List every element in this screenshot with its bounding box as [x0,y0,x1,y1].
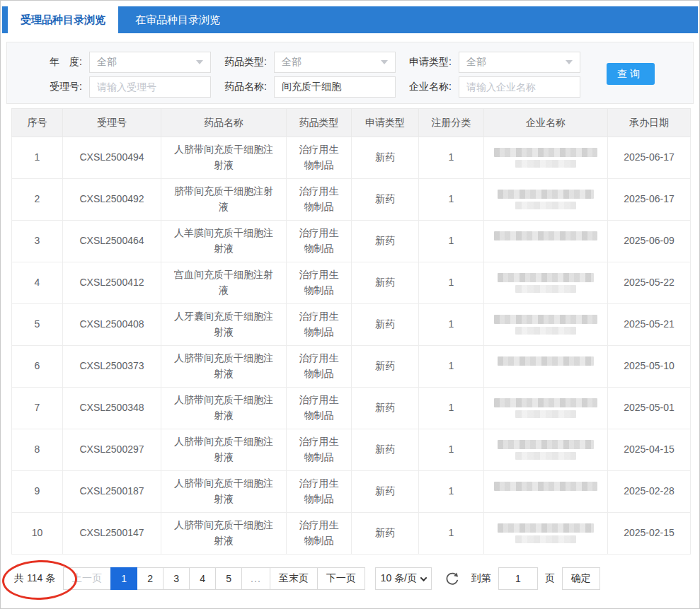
next-page-button[interactable]: 下一页 [317,567,365,590]
cell-drug-type: 治疗用生物制品 [287,262,352,304]
search-button[interactable]: 查询 [607,63,655,85]
cell-apply-type: 新药 [352,304,419,346]
table-row[interactable]: 9 CXSL2500187 人脐带间充质干细胞注射液 治疗用生物制品 新药 1 … [12,471,691,513]
apply-type-select-value: 全部 [466,56,486,69]
cell-apply-type: 新药 [352,262,419,304]
cell-company [484,429,608,471]
app-window: { "tabs": [ { "label": "受理品种目录浏览", "acti… [0,0,700,609]
cell-accept-date: 2025-06-17 [608,179,691,221]
cell-accept-date: 2025-05-21 [608,304,691,346]
prev-page-button[interactable]: 上一页 [63,567,111,590]
page-ellipsis-button[interactable]: ... [241,567,270,590]
cell-drug-name: 人脐带间充质干细胞注射液 [161,137,287,179]
cell-company [484,346,608,388]
col-header-acceptance-number: 受理号 [63,109,161,137]
apply-type-select[interactable]: 全部 [459,52,580,73]
table-row[interactable]: 10 CXSL2500147 人脐带间充质干细胞注射液 治疗用生物制品 新药 1… [12,513,691,555]
cell-acceptance-number: CXSL2500494 [63,137,161,179]
table-row[interactable]: 2 CXSL2500492 脐带间充质干细胞注射液 治疗用生物制品 新药 1 2… [12,179,691,221]
redacted-company-name [490,148,602,168]
caret-down-icon [381,60,388,64]
redacted-company-name [490,315,602,335]
cell-index: 6 [12,346,63,388]
tab-label: 受理品种目录浏览 [21,13,105,27]
table-row[interactable]: 6 CXSL2500373 人脐带间充质干细胞注射液 治疗用生物制品 新药 1 … [12,346,691,388]
drug-name-input[interactable] [274,76,396,98]
apply-type-label: 申请类型: [398,56,452,69]
cell-drug-type: 治疗用生物制品 [287,471,352,513]
page-button-5[interactable]: 5 [215,567,242,590]
cell-company [484,137,608,179]
cell-drug-name: 人牙囊间充质干细胞注射液 [161,304,287,346]
table-row[interactable]: 4 CXSL2500412 宫血间充质干细胞注射液 治疗用生物制品 新药 1 2… [12,262,691,304]
accept-no-input[interactable] [89,76,211,98]
filter-row-1: 年 度: 全部 药品类型: 全部 申请类型: 全部 [7,52,580,73]
cell-accept-date: 2025-05-01 [608,388,691,429]
cell-drug-type: 治疗用生物制品 [287,513,352,555]
cell-drug-type: 治疗用生物制品 [287,304,352,346]
cell-reg-class: 1 [419,513,484,555]
col-header-drug-name: 药品名称 [161,109,287,137]
cell-acceptance-number: CXSL2500297 [63,429,161,471]
table-header: 序号 受理号 药品名称 药品类型 申请类型 注册分类 企业名称 承办日期 [12,109,691,137]
censor-bar [498,523,594,533]
refresh-icon[interactable] [444,571,460,586]
censor-bar-secondary [515,285,576,293]
year-select[interactable]: 全部 [89,52,211,73]
cell-drug-type: 治疗用生物制品 [287,429,352,471]
page-button-1[interactable]: 1 [110,567,137,590]
table-row[interactable]: 8 CXSL2500297 人脐带间充质干细胞注射液 治疗用生物制品 新药 1 … [12,429,691,471]
filter-panel: 年 度: 全部 药品类型: 全部 申请类型: 全部 受理号: 药品名称: 企业名… [6,42,694,104]
censor-bar-secondary [515,327,576,335]
cell-drug-type: 治疗用生物制品 [287,221,352,262]
page-button-2[interactable]: 2 [137,567,163,590]
cell-reg-class: 1 [419,262,484,304]
cell-apply-type: 新药 [352,471,419,513]
cell-accept-date: 2025-05-22 [608,262,691,304]
cell-drug-type: 治疗用生物制品 [287,137,352,179]
page-button-3[interactable]: 3 [163,567,190,590]
company-name-input[interactable] [459,76,580,98]
cell-drug-type: 治疗用生物制品 [287,388,352,429]
confirm-button[interactable]: 确定 [562,567,600,590]
cell-index: 2 [12,179,63,221]
cell-acceptance-number: CXSL2500464 [63,221,161,262]
table-body: 1 CXSL2500494 人脐带间充质干细胞注射液 治疗用生物制品 新药 1 … [12,137,691,555]
cell-acceptance-number: CXSL2500492 [63,179,161,221]
cell-reg-class: 1 [419,179,484,221]
cell-index: 4 [12,262,63,304]
cell-drug-name: 人脐带间充质干细胞注射液 [161,346,287,388]
tab-under-review-catalog[interactable]: 在审品种目录浏览 [118,6,237,33]
cell-company [484,262,608,304]
page-size-select[interactable]: 10 条/页 [375,567,432,590]
cell-drug-name: 宫血间充质干细胞注射液 [161,262,287,304]
cell-drug-name: 脐带间充质干细胞注射液 [161,179,287,221]
company-name-label: 企业名称: [398,81,452,93]
cell-apply-type: 新药 [352,221,419,262]
tab-accepted-catalog[interactable]: 受理品种目录浏览 [8,6,118,33]
col-header-reg-class: 注册分类 [419,109,484,137]
cell-acceptance-number: CXSL2500187 [63,471,161,513]
redacted-company-name [490,398,602,418]
tab-bar: 受理品种目录浏览 在审品种目录浏览 [2,6,698,33]
censor-bar [494,148,597,157]
cell-company [484,471,608,513]
drug-type-select[interactable]: 全部 [274,52,396,73]
redacted-company-name [490,273,602,293]
col-header-company: 企业名称 [484,109,608,137]
pagination-bar: 共 114 条 上一页 1 2 3 4 5 ... 至末页 下一页 10 条/页… [11,567,600,590]
table-row[interactable]: 1 CXSL2500494 人脐带间充质干细胞注射液 治疗用生物制品 新药 1 … [12,137,691,179]
col-header-drug-type: 药品类型 [287,109,352,137]
redacted-company-name [490,356,602,376]
page-button-4[interactable]: 4 [189,567,216,590]
cell-reg-class: 1 [419,221,484,262]
table-row[interactable]: 3 CXSL2500464 人羊膜间充质干细胞注射液 治疗用生物制品 新药 1 … [12,221,691,262]
goto-page-input[interactable] [498,567,538,590]
redacted-company-name [490,231,602,251]
cell-index: 1 [12,137,63,179]
drug-name-label: 药品名称: [213,81,267,93]
last-page-button[interactable]: 至末页 [270,567,318,590]
table-row[interactable]: 5 CXSL2500408 人牙囊间充质干细胞注射液 治疗用生物制品 新药 1 … [12,304,691,346]
table-row[interactable]: 7 CXSL2500348 人脐带间充质干细胞注射液 治疗用生物制品 新药 1 … [12,388,691,429]
accept-no-label: 受理号: [28,81,82,93]
